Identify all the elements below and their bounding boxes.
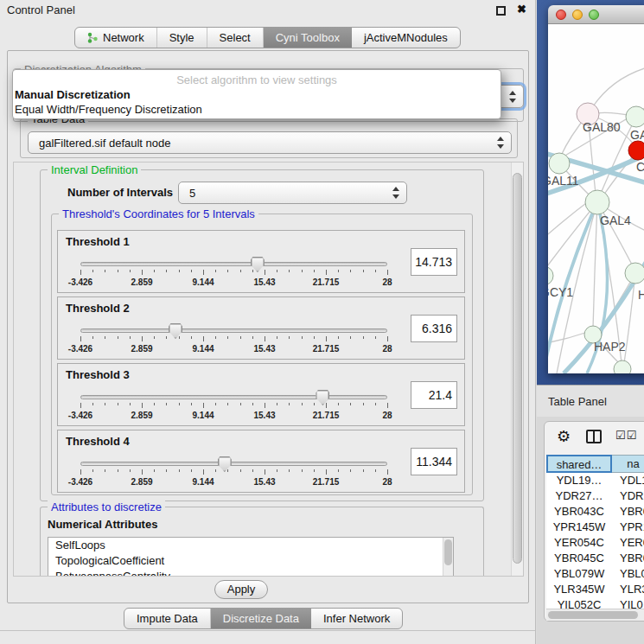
- table-row[interactable]: YIL052CYIL0: [546, 597, 644, 609]
- cell-shared-name[interactable]: YBR043C: [546, 504, 612, 520]
- tab-infer-network[interactable]: Infer Network: [311, 609, 402, 628]
- tab-select[interactable]: Select: [207, 28, 264, 48]
- settings-scrollbar[interactable]: [511, 163, 523, 576]
- slider-tick-label: 2.859: [131, 411, 152, 420]
- algorithm-option-manual-discretization[interactable]: Manual Discretization: [13, 87, 501, 102]
- cell-shared-name[interactable]: YBL079W: [546, 566, 612, 582]
- network-edge[interactable]: [548, 332, 588, 344]
- network-node-ga[interactable]: [626, 106, 644, 127]
- attribute-item-selfloops[interactable]: SelfLoops: [48, 538, 453, 553]
- column-header-shared-name[interactable]: shared…: [546, 455, 612, 473]
- slider-tick: [215, 270, 216, 272]
- table-row[interactable]: YER054CYER0: [546, 535, 644, 551]
- tab-style[interactable]: Style: [157, 28, 207, 48]
- table-row[interactable]: YPR145WYPR1: [546, 520, 644, 535]
- tab-cyni-toolbox[interactable]: Cyni Toolbox: [264, 28, 352, 48]
- select-columns-icon[interactable]: ☑☑: [615, 429, 637, 442]
- threshold-slider[interactable]: -3.4262.8599.14415.4321.71528: [80, 455, 387, 491]
- cell-name[interactable]: YDL1: [612, 473, 644, 488]
- slider-tick: [191, 469, 192, 472]
- cell-name[interactable]: YBL0: [612, 566, 644, 582]
- panel-title: Control Panel: [7, 3, 75, 16]
- close-icon[interactable]: ✖: [517, 3, 526, 16]
- cell-name[interactable]: YER0: [612, 535, 644, 551]
- tab-discretize-data[interactable]: Discretize Data: [211, 609, 311, 628]
- slider-handle[interactable]: [218, 456, 232, 472]
- slider-track: [80, 262, 387, 266]
- table-row[interactable]: YDR27…YDR2: [546, 488, 644, 504]
- split-columns-icon[interactable]: [586, 430, 602, 443]
- table-row[interactable]: YBL079WYBL0: [546, 566, 644, 582]
- cell-name[interactable]: YLR3: [612, 582, 644, 597]
- network-node-gal11[interactable]: [549, 153, 570, 174]
- cell-name[interactable]: YBR0: [612, 504, 644, 520]
- cell-name[interactable]: YDR2: [612, 488, 644, 504]
- slider-tick: [363, 403, 364, 405]
- settings-scrollbar-thumb[interactable]: [513, 173, 522, 564]
- slider-tick-label: 21.715: [313, 411, 340, 420]
- tab-jactivemnodules[interactable]: jActiveMNodules: [352, 28, 460, 48]
- num-intervals-combobox[interactable]: 5: [178, 182, 407, 204]
- slider-handle[interactable]: [169, 323, 182, 339]
- column-header-name[interactable]: na: [612, 455, 644, 473]
- network-node[interactable]: [614, 360, 631, 373]
- slider-handle[interactable]: [316, 390, 329, 405]
- threshold-value-field[interactable]: 14.713: [411, 248, 457, 276]
- tab-network[interactable]: Network: [75, 28, 157, 48]
- slider-tick: [191, 403, 192, 405]
- cell-shared-name[interactable]: YDL19…: [546, 473, 612, 488]
- slider-tick: [350, 270, 351, 272]
- threshold-slider[interactable]: -3.4262.8599.14415.4321.71528: [80, 388, 387, 424]
- minimize-traffic-light-icon[interactable]: [572, 10, 583, 20]
- tab-label: Impute Data: [137, 612, 198, 625]
- slider-tick: [277, 469, 277, 472]
- network-node-gal4[interactable]: [585, 190, 609, 214]
- slider-tick-label: -3.426: [68, 344, 92, 354]
- slider-tick: [375, 403, 376, 405]
- threshold-slider[interactable]: -3.4262.8599.14415.4321.71528: [80, 322, 387, 358]
- cell-name[interactable]: YIL0: [612, 597, 644, 609]
- cell-shared-name[interactable]: YER054C: [546, 535, 612, 551]
- threshold-value-field[interactable]: 21.4: [411, 381, 457, 409]
- cell-name[interactable]: YPR1: [612, 520, 644, 535]
- interval-definition-group: Interval Definition Number of Intervals …: [40, 169, 484, 501]
- slider-tick: [265, 336, 265, 341]
- cell-name[interactable]: YBR0: [612, 551, 644, 566]
- attribute-item-topologicalcoefficient[interactable]: TopologicalCoefficient: [48, 553, 453, 569]
- cell-shared-name[interactable]: YDR27…: [546, 488, 612, 504]
- table-row[interactable]: YBR043CYBR0: [546, 504, 644, 520]
- attribute-item-betweennesscentrality[interactable]: BetweennessCentrality: [48, 569, 453, 577]
- table-row[interactable]: YBR045CYBR0: [546, 551, 644, 566]
- network-icon: [87, 32, 99, 44]
- gear-icon[interactable]: ⚙: [557, 427, 571, 446]
- cell-shared-name[interactable]: YPR145W: [546, 520, 612, 535]
- cell-shared-name[interactable]: YLR345W: [546, 582, 612, 597]
- table-horizontal-scrollbar[interactable]: [546, 609, 644, 621]
- network-node-h[interactable]: [625, 263, 644, 284]
- algorithm-option-equal-width-frequency-discretization[interactable]: Equal Width/Frequency Discretization: [13, 102, 501, 117]
- slider-tick: [154, 469, 155, 472]
- network-node-gcy1[interactable]: [548, 266, 553, 285]
- network-canvas[interactable]: GAL80GACGAL11GAL4GCY1HHAP2: [548, 24, 644, 373]
- apply-button[interactable]: Apply: [214, 580, 268, 599]
- threshold-value-field[interactable]: 11.344: [411, 448, 457, 475]
- network-node-c[interactable]: [628, 141, 644, 160]
- table-data-combobox[interactable]: galFiltered.sif default node: [28, 131, 512, 154]
- cell-shared-name[interactable]: YIL052C: [546, 597, 612, 609]
- close-traffic-light-icon[interactable]: [556, 10, 566, 20]
- slider-tick-label: 28: [382, 277, 392, 287]
- table-hscrollbar-thumb[interactable]: [548, 611, 638, 619]
- cell-shared-name[interactable]: YBR045C: [546, 551, 612, 566]
- network-edge[interactable]: [593, 67, 644, 106]
- tab-impute-data[interactable]: Impute Data: [124, 609, 211, 628]
- attributes-scrollbar[interactable]: [443, 538, 453, 576]
- zoom-traffic-light-icon[interactable]: [589, 10, 599, 20]
- network-edge[interactable]: [593, 202, 597, 328]
- table-row[interactable]: YLR345WYLR3: [546, 582, 644, 597]
- float-window-icon[interactable]: [496, 6, 506, 16]
- table-row[interactable]: YDL19…YDL1: [546, 473, 644, 488]
- threshold-slider[interactable]: -3.4262.8599.14415.4321.71528: [80, 255, 387, 291]
- slider-tick-label: 21.715: [313, 344, 340, 354]
- algorithm-placeholder-option[interactable]: Select algorithm to view settings: [13, 70, 501, 87]
- threshold-value-field[interactable]: 6.316: [411, 315, 457, 342]
